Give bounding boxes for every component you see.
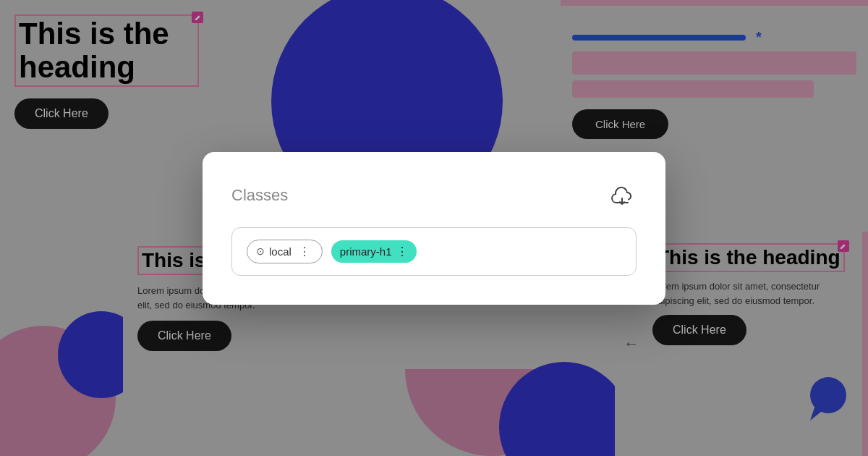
modal-body: ⊙ local ⋮ primary-h1 ⋮ <box>231 227 637 276</box>
classes-modal: Classes ⊙ local ⋮ primary-h1 ⋮ <box>203 152 665 305</box>
local-class-tag: ⊙ local ⋮ <box>247 240 323 263</box>
primary-tag-dots-menu[interactable]: ⋮ <box>396 245 408 258</box>
modal-title: Classes <box>231 186 288 205</box>
cloud-save-icon[interactable] <box>608 181 637 210</box>
pin-icon: ⊙ <box>256 245 265 257</box>
primary-tag-label: primary-h1 <box>340 245 392 258</box>
modal-overlay: Classes ⊙ local ⋮ primary-h1 ⋮ <box>0 0 868 456</box>
local-tag-label: local <box>269 245 292 258</box>
primary-h1-class-tag: primary-h1 ⋮ <box>331 240 417 263</box>
local-tag-dots-menu[interactable]: ⋮ <box>296 245 313 258</box>
modal-header: Classes <box>231 181 637 210</box>
